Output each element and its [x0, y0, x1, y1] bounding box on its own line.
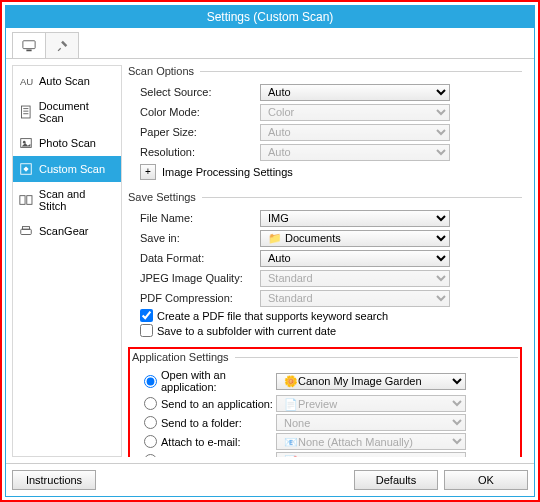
label-save-in: Save in: [140, 232, 260, 244]
label-open-app: Open with an application: [161, 369, 276, 393]
group-legend: Save Settings [128, 191, 202, 203]
scangear-icon [19, 224, 33, 238]
instructions-button[interactable]: Instructions [12, 470, 96, 490]
expand-image-processing[interactable]: + [140, 164, 156, 180]
label-color-mode: Color Mode: [140, 106, 260, 118]
bottom-bar: Instructions Defaults OK [6, 463, 534, 496]
sidebar-item-scan-and-stitch[interactable]: Scan and Stitch [13, 182, 121, 218]
svg-rect-12 [21, 229, 32, 234]
auto-icon: AUTO [19, 74, 33, 88]
select-data-format[interactable]: Auto [260, 250, 450, 267]
file-name-input[interactable]: IMG [260, 210, 450, 227]
chk-pdf-keyword[interactable] [140, 309, 153, 322]
label-send-folder: Send to a folder: [161, 417, 242, 429]
select-source[interactable]: Auto [260, 84, 450, 101]
label-jpeg-quality: JPEG Image Quality: [140, 272, 260, 284]
label-data-format: Data Format: [140, 252, 260, 264]
label-pdf-compression: PDF Compression: [140, 292, 260, 304]
ok-button[interactable]: OK [444, 470, 528, 490]
select-send-app: 📄Preview [276, 395, 466, 412]
sidebar-item-label: Photo Scan [39, 137, 96, 149]
svg-rect-10 [20, 196, 25, 205]
select-paper-size: Auto [260, 124, 450, 141]
label-paper-size: Paper Size: [140, 126, 260, 138]
main-panel: Scan Options Select Source: Auto Color M… [128, 65, 528, 457]
radio-start-ocr[interactable] [144, 454, 157, 457]
select-pdf-compression: Standard [260, 290, 450, 307]
stitch-icon [19, 193, 33, 207]
sidebar-item-auto-scan[interactable]: AUTO Auto Scan [13, 68, 121, 94]
svg-rect-1 [26, 49, 31, 51]
radio-send-folder[interactable] [144, 416, 157, 429]
radio-attach-mail[interactable] [144, 435, 157, 448]
select-start-ocr: 📝Output to Text [276, 452, 466, 457]
svg-rect-13 [23, 227, 30, 230]
settings-window: Settings (Custom Scan) AUTO Auto Scan Do… [5, 5, 535, 497]
label-file-name: File Name: [140, 212, 260, 224]
chk-subfolder-date[interactable] [140, 324, 153, 337]
label-send-app: Send to an application: [161, 398, 273, 410]
application-settings-group: Application Settings Open with an applic… [132, 351, 518, 457]
scan-options-group: Scan Options Select Source: Auto Color M… [128, 65, 522, 185]
label-subfolder-date: Save to a subfolder with current date [157, 325, 336, 337]
sidebar: AUTO Auto Scan Document Scan Photo Scan … [12, 65, 122, 457]
select-send-folder: None [276, 414, 466, 431]
sidebar-item-photo-scan[interactable]: Photo Scan [13, 130, 121, 156]
label-pdf-keyword: Create a PDF file that supports keyword … [157, 310, 388, 322]
group-legend: Application Settings [132, 351, 235, 363]
svg-rect-3 [22, 106, 31, 118]
tab-scan-from-computer[interactable] [12, 32, 46, 58]
select-save-in[interactable]: 📁 Documents [260, 230, 450, 247]
radio-send-app[interactable] [144, 397, 157, 410]
application-settings-highlight: Application Settings Open with an applic… [128, 347, 522, 457]
select-open-app[interactable]: 🌼Canon My Image Garden [276, 373, 466, 390]
sidebar-item-custom-scan[interactable]: Custom Scan [13, 156, 121, 182]
monitor-icon [22, 39, 36, 53]
select-color-mode: Color [260, 104, 450, 121]
label-select-source: Select Source: [140, 86, 260, 98]
sidebar-item-label: Document Scan [39, 100, 115, 124]
radio-open-app[interactable] [144, 375, 157, 388]
svg-text:AUTO: AUTO [20, 76, 33, 87]
document-icon [19, 105, 33, 119]
label-image-processing: Image Processing Settings [162, 166, 293, 178]
svg-point-8 [23, 141, 26, 144]
label-attach-mail: Attach to e-mail: [161, 436, 240, 448]
select-resolution: Auto [260, 144, 450, 161]
custom-icon [19, 162, 33, 176]
defaults-button[interactable]: Defaults [354, 470, 438, 490]
tab-general-settings[interactable] [45, 32, 79, 58]
sidebar-item-label: Scan and Stitch [39, 188, 115, 212]
mode-tabs [6, 28, 534, 59]
photo-icon [19, 136, 33, 150]
sidebar-item-label: Auto Scan [39, 75, 90, 87]
label-start-ocr: Start OCR: [161, 455, 215, 458]
sidebar-item-label: ScanGear [39, 225, 89, 237]
svg-rect-0 [23, 40, 35, 48]
tools-icon [55, 39, 69, 53]
label-resolution: Resolution: [140, 146, 260, 158]
sidebar-item-scangear[interactable]: ScanGear [13, 218, 121, 244]
sidebar-item-document-scan[interactable]: Document Scan [13, 94, 121, 130]
titlebar: Settings (Custom Scan) [6, 6, 534, 28]
select-attach-mail: 📧None (Attach Manually) [276, 433, 466, 450]
sidebar-item-label: Custom Scan [39, 163, 105, 175]
select-jpeg-quality: Standard [260, 270, 450, 287]
group-legend: Scan Options [128, 65, 200, 77]
svg-rect-11 [27, 196, 32, 205]
save-settings-group: Save Settings File Name: IMG Save in: 📁 … [128, 191, 522, 341]
